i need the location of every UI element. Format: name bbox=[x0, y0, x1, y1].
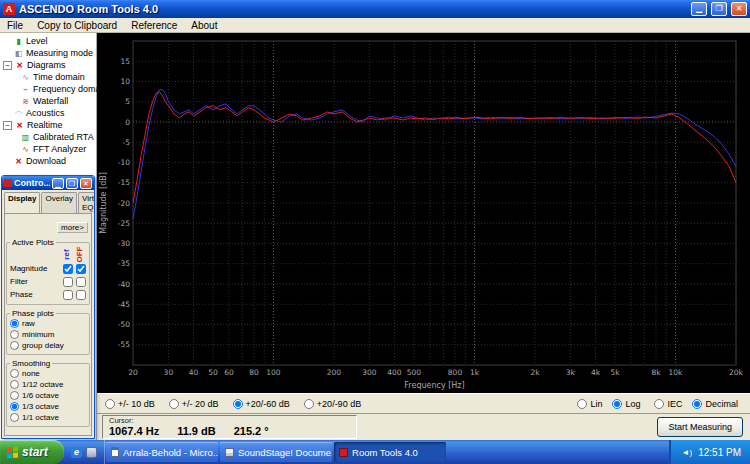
active-plots-title: Active Plots bbox=[10, 238, 56, 247]
taskbar-item-room-tools[interactable]: Room Tools 4.0 bbox=[334, 442, 446, 462]
filter-off-checkbox[interactable] bbox=[76, 277, 86, 287]
start-measuring-button[interactable]: Start Measuring bbox=[657, 417, 743, 437]
phase-raw-option[interactable]: raw bbox=[10, 318, 86, 329]
collapse-icon[interactable]: − bbox=[3, 121, 12, 130]
tree-item-label: Realtime bbox=[27, 120, 63, 130]
tree-item-level[interactable]: Level bbox=[0, 35, 96, 47]
menu-reference[interactable]: Reference bbox=[124, 18, 184, 32]
tree-item-fft-analyzer[interactable]: FFT Analyzer bbox=[0, 143, 96, 155]
range-20db-radio[interactable] bbox=[169, 399, 179, 409]
tree-item-frequency-domain[interactable]: Frequency domain bbox=[0, 83, 96, 95]
decimal-radio[interactable] bbox=[692, 399, 702, 409]
app-icon: A bbox=[3, 3, 15, 15]
lin-label: Lin bbox=[590, 399, 602, 409]
system-tray: ◄) 12:51 PM bbox=[669, 440, 750, 464]
phase-raw-radio[interactable] bbox=[10, 319, 19, 328]
maximize-button[interactable]: ❐ bbox=[711, 2, 727, 16]
menu-about[interactable]: About bbox=[184, 18, 224, 32]
iec-radio[interactable] bbox=[654, 399, 664, 409]
phase-off-checkbox[interactable] bbox=[76, 290, 86, 300]
range-20db-option[interactable]: +/- 20 dB bbox=[169, 399, 219, 409]
menu-file[interactable]: File bbox=[0, 18, 30, 32]
tree-item-label: Level bbox=[26, 36, 48, 46]
cursor-level-value: 11.9 dB bbox=[177, 425, 216, 438]
maximize-button[interactable]: ❐ bbox=[66, 178, 78, 189]
taskbar-item-2[interactable]: SoundStage! Docume... bbox=[220, 442, 332, 462]
decimal-option[interactable]: Decimal bbox=[692, 399, 738, 409]
iec-option[interactable]: IEC bbox=[654, 399, 682, 409]
tree-item-label: Download bbox=[26, 156, 66, 166]
tab-virt-eq[interactable]: Virt. EQ bbox=[78, 192, 95, 213]
start-button[interactable]: start bbox=[0, 440, 64, 464]
range-20-90db-radio[interactable] bbox=[304, 399, 314, 409]
filter-ref-checkbox[interactable] bbox=[63, 277, 73, 287]
range-10db-option[interactable]: +/- 10 dB bbox=[105, 399, 155, 409]
phase-group-delay-option[interactable]: group delay bbox=[10, 340, 86, 351]
tree-item-download[interactable]: Download bbox=[0, 155, 96, 167]
range-20-60db-radio[interactable] bbox=[233, 399, 243, 409]
navigation-tree: Level Measuring mode − Diagrams Time dom… bbox=[0, 33, 96, 167]
tree-item-diagrams[interactable]: − Diagrams bbox=[0, 59, 96, 71]
smoothing-1-12-radio[interactable] bbox=[10, 380, 19, 389]
log-radio[interactable] bbox=[612, 399, 622, 409]
tab-overlay[interactable]: Overlay bbox=[41, 192, 77, 213]
collapse-icon[interactable]: − bbox=[3, 61, 12, 70]
smoothing-1-6-option[interactable]: 1/6 octave bbox=[10, 390, 86, 401]
menu-bar: File Copy to Clipboard Reference About bbox=[0, 18, 750, 33]
tree-item-calibrated-rta[interactable]: Calibrated RTA bbox=[0, 131, 96, 143]
close-button[interactable]: ✕ bbox=[731, 2, 747, 16]
cursor-caption: Cursor: bbox=[109, 417, 350, 425]
smoothing-1-6-label: 1/6 octave bbox=[22, 391, 59, 400]
svg-text:0: 0 bbox=[125, 118, 130, 127]
chart-area[interactable]: -55-50-45-40-35-30-25-20-15-10-505101520… bbox=[97, 33, 750, 393]
svg-text:400: 400 bbox=[387, 368, 402, 377]
svg-text:1k: 1k bbox=[470, 368, 480, 377]
log-option[interactable]: Log bbox=[612, 399, 640, 409]
tree-item-realtime[interactable]: − Realtime bbox=[0, 119, 96, 131]
show-desktop-icon[interactable] bbox=[86, 447, 97, 458]
smoothing-1-3-radio[interactable] bbox=[10, 402, 19, 411]
close-button[interactable]: ✕ bbox=[80, 178, 92, 189]
tree-item-waterfall[interactable]: Waterfall bbox=[0, 95, 96, 107]
window-titlebar[interactable]: A ASCENDO Room Tools 4.0 ▁ ❐ ✕ bbox=[0, 0, 750, 18]
lin-option[interactable]: Lin bbox=[577, 399, 602, 409]
frequency-response-plot[interactable]: -55-50-45-40-35-30-25-20-15-10-505101520… bbox=[97, 33, 750, 393]
taskbar-item-1[interactable]: Arrala-Behold - Micro... bbox=[106, 442, 218, 462]
control-window-titlebar[interactable]: Contro... ▁ ❐ ✕ bbox=[2, 176, 94, 190]
plot-column-headers: ref OFF bbox=[10, 247, 86, 262]
tree-item-label: Acoustics bbox=[26, 108, 65, 118]
off-column-label: OFF bbox=[72, 248, 87, 261]
smoothing-1-3-option[interactable]: 1/3 octave bbox=[10, 401, 86, 412]
minimize-button[interactable]: ▁ bbox=[691, 2, 707, 16]
tree-item-acoustics[interactable]: Acoustics bbox=[0, 107, 96, 119]
svg-text:-15: -15 bbox=[118, 178, 130, 187]
smoothing-1-12-option[interactable]: 1/12 octave bbox=[10, 379, 86, 390]
phase-minimum-radio[interactable] bbox=[10, 330, 19, 339]
smoothing-1-1-option[interactable]: 1/1 octave bbox=[10, 412, 86, 423]
clock[interactable]: 12:51 PM bbox=[698, 447, 741, 458]
magnitude-off-checkbox[interactable] bbox=[76, 264, 86, 274]
control-window: Contro... ▁ ❐ ✕ Display Overlay Virt. EQ… bbox=[1, 175, 95, 439]
phase-group-delay-radio[interactable] bbox=[10, 341, 19, 350]
volume-icon[interactable]: ◄) bbox=[682, 448, 693, 457]
internet-icon[interactable]: e bbox=[71, 447, 82, 458]
minimize-button[interactable]: ▁ bbox=[52, 178, 64, 189]
smoothing-none-option[interactable]: none bbox=[10, 368, 86, 379]
smoothing-1-1-label: 1/1 octave bbox=[22, 413, 59, 422]
range-20-90db-option[interactable]: +20/-90 dB bbox=[304, 399, 361, 409]
smoothing-1-6-radio[interactable] bbox=[10, 391, 19, 400]
menu-copy-to-clipboard[interactable]: Copy to Clipboard bbox=[30, 18, 124, 32]
tree-item-time-domain[interactable]: Time domain bbox=[0, 71, 96, 83]
phase-minimum-option[interactable]: minimum bbox=[10, 329, 86, 340]
tree-item-measuring-mode[interactable]: Measuring mode bbox=[0, 47, 96, 59]
smoothing-none-radio[interactable] bbox=[10, 369, 19, 378]
lin-radio[interactable] bbox=[577, 399, 587, 409]
smoothing-1-1-radio[interactable] bbox=[10, 413, 19, 422]
magnitude-ref-checkbox[interactable] bbox=[63, 264, 73, 274]
more-button[interactable]: more> bbox=[57, 222, 88, 233]
tab-display[interactable]: Display bbox=[4, 192, 40, 213]
range-10db-radio[interactable] bbox=[105, 399, 115, 409]
range-20-60db-option[interactable]: +20/-60 dB bbox=[233, 399, 290, 409]
cursor-frequency-value: 1067.4 Hz bbox=[109, 425, 159, 438]
phase-ref-checkbox[interactable] bbox=[63, 290, 73, 300]
